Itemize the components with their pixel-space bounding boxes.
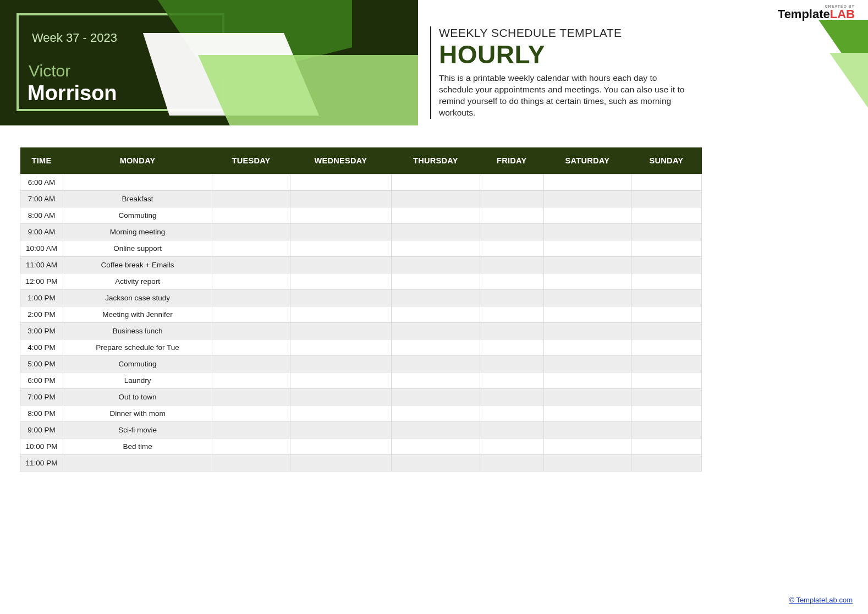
schedule-cell[interactable] <box>543 174 631 191</box>
schedule-cell[interactable] <box>543 455 631 472</box>
schedule-cell[interactable] <box>212 372 290 389</box>
schedule-cell[interactable] <box>631 306 701 323</box>
schedule-cell[interactable] <box>480 455 543 472</box>
schedule-cell[interactable] <box>391 389 480 405</box>
schedule-cell[interactable] <box>543 257 631 273</box>
schedule-cell[interactable] <box>631 422 701 438</box>
schedule-cell[interactable] <box>290 191 391 207</box>
schedule-cell[interactable] <box>480 389 543 405</box>
schedule-cell[interactable] <box>212 257 290 273</box>
schedule-cell[interactable] <box>543 389 631 405</box>
schedule-cell[interactable] <box>480 306 543 323</box>
schedule-cell[interactable] <box>290 306 391 323</box>
schedule-cell[interactable]: Sci-fi movie <box>63 422 212 438</box>
schedule-cell[interactable] <box>212 422 290 438</box>
schedule-cell[interactable] <box>212 240 290 257</box>
schedule-cell[interactable] <box>212 455 290 472</box>
schedule-cell[interactable] <box>480 224 543 240</box>
schedule-cell[interactable] <box>63 174 212 191</box>
schedule-cell[interactable] <box>480 339 543 356</box>
schedule-cell[interactable] <box>290 455 391 472</box>
schedule-cell[interactable] <box>631 438 701 455</box>
schedule-cell[interactable] <box>631 455 701 472</box>
schedule-cell[interactable] <box>391 240 480 257</box>
schedule-cell[interactable] <box>391 405 480 422</box>
schedule-cell[interactable]: Commuting <box>63 356 212 372</box>
schedule-cell[interactable] <box>480 422 543 438</box>
schedule-cell[interactable] <box>212 273 290 290</box>
schedule-cell[interactable] <box>631 323 701 339</box>
schedule-cell[interactable] <box>543 306 631 323</box>
schedule-cell[interactable] <box>391 207 480 224</box>
schedule-cell[interactable] <box>631 257 701 273</box>
schedule-cell[interactable] <box>631 174 701 191</box>
schedule-cell[interactable]: Morning meeting <box>63 224 212 240</box>
schedule-cell[interactable] <box>631 389 701 405</box>
schedule-cell[interactable] <box>391 323 480 339</box>
schedule-cell[interactable] <box>631 290 701 306</box>
schedule-cell[interactable] <box>480 290 543 306</box>
schedule-cell[interactable] <box>480 273 543 290</box>
schedule-cell[interactable] <box>391 191 480 207</box>
schedule-cell[interactable] <box>480 240 543 257</box>
schedule-cell[interactable]: Bed time <box>63 438 212 455</box>
schedule-cell[interactable] <box>290 323 391 339</box>
schedule-cell[interactable] <box>290 290 391 306</box>
schedule-cell[interactable] <box>290 207 391 224</box>
schedule-cell[interactable] <box>543 240 631 257</box>
schedule-cell[interactable] <box>290 273 391 290</box>
schedule-cell[interactable] <box>543 405 631 422</box>
schedule-cell[interactable]: Activity report <box>63 273 212 290</box>
schedule-cell[interactable] <box>290 240 391 257</box>
schedule-cell[interactable]: Commuting <box>63 207 212 224</box>
schedule-cell[interactable] <box>391 273 480 290</box>
schedule-cell[interactable] <box>212 290 290 306</box>
schedule-cell[interactable] <box>480 438 543 455</box>
schedule-cell[interactable] <box>631 207 701 224</box>
schedule-cell[interactable] <box>391 339 480 356</box>
schedule-cell[interactable] <box>391 422 480 438</box>
schedule-cell[interactable] <box>212 339 290 356</box>
schedule-cell[interactable] <box>480 356 543 372</box>
schedule-cell[interactable] <box>212 356 290 372</box>
schedule-cell[interactable] <box>631 339 701 356</box>
schedule-cell[interactable] <box>543 191 631 207</box>
schedule-cell[interactable] <box>543 339 631 356</box>
schedule-cell[interactable] <box>391 356 480 372</box>
schedule-cell[interactable] <box>480 323 543 339</box>
schedule-cell[interactable] <box>212 323 290 339</box>
schedule-cell[interactable] <box>290 356 391 372</box>
schedule-cell[interactable] <box>543 323 631 339</box>
schedule-cell[interactable] <box>480 372 543 389</box>
schedule-cell[interactable] <box>480 191 543 207</box>
schedule-cell[interactable] <box>391 455 480 472</box>
schedule-cell[interactable] <box>543 290 631 306</box>
schedule-cell[interactable] <box>480 174 543 191</box>
schedule-cell[interactable]: Prepare schedule for Tue <box>63 339 212 356</box>
schedule-cell[interactable] <box>543 356 631 372</box>
schedule-cell[interactable] <box>63 455 212 472</box>
schedule-cell[interactable] <box>391 372 480 389</box>
schedule-cell[interactable] <box>480 405 543 422</box>
schedule-cell[interactable] <box>212 224 290 240</box>
schedule-cell[interactable] <box>391 438 480 455</box>
schedule-cell[interactable]: Meeting with Jennifer <box>63 306 212 323</box>
schedule-cell[interactable] <box>631 240 701 257</box>
schedule-cell[interactable] <box>290 422 391 438</box>
schedule-cell[interactable] <box>391 257 480 273</box>
schedule-cell[interactable] <box>543 438 631 455</box>
schedule-cell[interactable] <box>391 290 480 306</box>
schedule-cell[interactable]: Jackson case study <box>63 290 212 306</box>
schedule-cell[interactable] <box>391 224 480 240</box>
schedule-cell[interactable] <box>212 306 290 323</box>
schedule-cell[interactable] <box>480 257 543 273</box>
schedule-cell[interactable] <box>290 389 391 405</box>
schedule-cell[interactable] <box>290 224 391 240</box>
footer-link[interactable]: © TemplateLab.com <box>789 596 853 604</box>
schedule-cell[interactable] <box>631 224 701 240</box>
schedule-cell[interactable] <box>290 405 391 422</box>
schedule-cell[interactable] <box>212 405 290 422</box>
schedule-cell[interactable] <box>212 207 290 224</box>
schedule-cell[interactable] <box>290 438 391 455</box>
schedule-cell[interactable] <box>212 174 290 191</box>
